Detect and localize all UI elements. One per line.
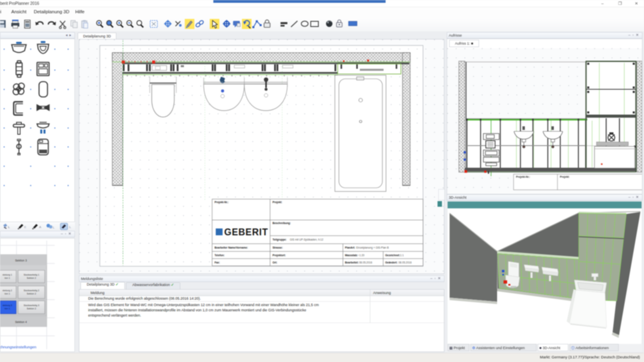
- svg-text:Sektion 4: Sektion 4: [15, 321, 27, 323]
- svg-text:sleitung 3: sleitung 3: [2, 304, 12, 306]
- svg-text:A: A: [39, 225, 41, 229]
- svg-text:Sektion 2: Sektion 2: [27, 292, 36, 295]
- svg-text:1:1: 1:1: [400, 254, 404, 257]
- svg-text:L: L: [53, 226, 55, 229]
- svg-text:Teilgruppe:: Teilgruppe:: [272, 238, 287, 241]
- svg-text:E: E: [24, 225, 26, 229]
- svg-text:Gezeichnet:: Gezeichnet:: [385, 254, 400, 257]
- svg-text:08.05.2016: 08.05.2016: [398, 261, 412, 264]
- svg-text:PlanArt:: PlanArt:: [345, 246, 355, 249]
- svg-text:Fax:: Fax:: [215, 261, 220, 264]
- svg-text:Projektort:: Projektort:: [272, 254, 286, 257]
- svg-text:Beschreibung:: Beschreibung:: [272, 222, 291, 225]
- svg-text:Geändert:: Geändert:: [385, 261, 398, 264]
- svg-text:Stockwerksltg 3: Stockwerksltg 3: [24, 304, 39, 306]
- svg-text:tion 1: tion 1: [4, 307, 10, 310]
- svg-text:Stockwerksltg 1: Stockwerksltg 1: [24, 274, 39, 276]
- svg-text:L: L: [8, 225, 10, 229]
- svg-text:Bearbeiter Name/Vorname:: Bearbeiter Name/Vorname:: [215, 246, 248, 249]
- svg-text:Projekt:: Projekt:: [272, 201, 282, 204]
- svg-text:Stockwerksltg 2: Stockwerksltg 2: [24, 289, 39, 292]
- svg-text:sleitung 2: sleitung 2: [2, 289, 12, 292]
- svg-text:Massstab:: Massstab:: [345, 254, 358, 257]
- svg-text:Einzelplanung + GIS-Plan B: Einzelplanung + GIS-Plan B: [356, 246, 389, 249]
- svg-text:Ort:: Ort:: [272, 261, 277, 264]
- svg-text:Bearbeitet:: Bearbeitet:: [345, 261, 359, 264]
- svg-text:Projekt-Nr.:: Projekt-Nr.:: [215, 201, 229, 204]
- svg-text:Sektion 2: Sektion 2: [27, 277, 36, 279]
- svg-text:L: L: [69, 225, 71, 229]
- svg-text:Projekt:: Projekt:: [560, 175, 570, 179]
- svg-text:tion 1: tion 1: [4, 292, 10, 295]
- svg-text:Sektion 3: Sektion 3: [15, 259, 27, 262]
- svg-text:tion 1: tion 1: [4, 277, 10, 279]
- svg-text:sleitung 1: sleitung 1: [2, 274, 12, 276]
- svg-text:08.05.2016: 08.05.2016: [359, 261, 372, 264]
- svg-text:~1:20: ~1:20: [358, 254, 365, 257]
- svg-text:Projekt-Nr.:: Projekt-Nr.:: [516, 175, 530, 179]
- svg-text:Strasse:: Strasse:: [272, 246, 283, 249]
- svg-text:GIS mit UP-Spülkasten, h:12: GIS mit UP-Spülkasten, h:12: [290, 238, 323, 241]
- svg-text:GEBERIT: GEBERIT: [224, 227, 268, 237]
- svg-text:Telefon:: Telefon:: [215, 254, 225, 257]
- svg-text:Sektion 2: Sektion 2: [27, 307, 36, 310]
